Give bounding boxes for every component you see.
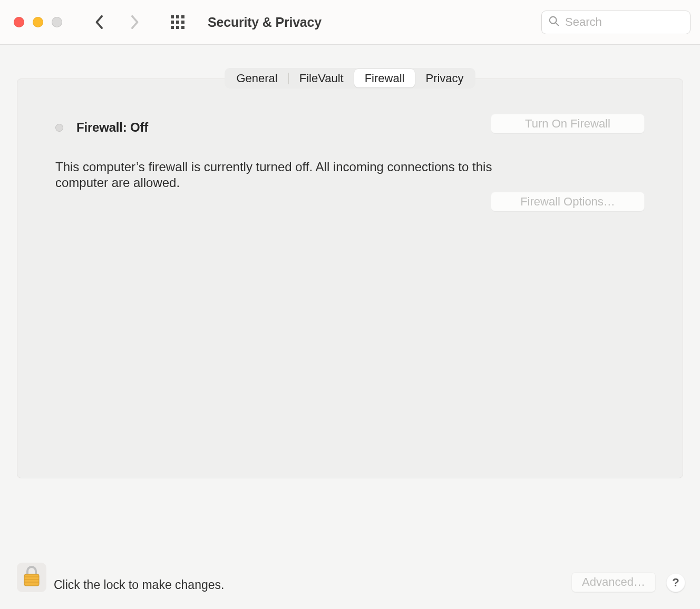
close-window-button[interactable] <box>14 17 24 27</box>
content-area: General FileVault Firewall Privacy Firew… <box>0 45 700 478</box>
turn-on-firewall-button: Turn On Firewall <box>491 114 645 133</box>
firewall-status-label: Firewall: Off <box>76 120 148 135</box>
svg-rect-5 <box>181 21 184 24</box>
window-title: Security & Privacy <box>208 15 322 30</box>
status-indicator-icon <box>55 124 63 132</box>
svg-rect-11 <box>24 574 39 586</box>
search-box[interactable] <box>541 11 691 34</box>
svg-rect-1 <box>176 15 179 18</box>
back-button[interactable] <box>92 14 108 30</box>
firewall-status-description: This computer’s firewall is currently tu… <box>55 159 530 191</box>
tab-firewall[interactable]: Firewall <box>354 69 415 87</box>
svg-rect-2 <box>181 15 184 18</box>
lock-button[interactable] <box>17 563 46 592</box>
svg-rect-3 <box>171 21 174 24</box>
svg-rect-4 <box>176 21 179 24</box>
search-input[interactable] <box>565 15 684 29</box>
firewall-options-button: Firewall Options… <box>491 192 645 211</box>
minimize-window-button[interactable] <box>33 17 43 27</box>
window-controls <box>14 17 62 27</box>
help-button[interactable]: ? <box>666 573 685 592</box>
tab-filevault[interactable]: FileVault <box>289 69 354 87</box>
firewall-panel: Firewall: Off Turn On Firewall This comp… <box>17 78 683 478</box>
lock-hint-text: Click the lock to make changes. <box>54 578 224 592</box>
svg-rect-0 <box>171 15 174 18</box>
nav-arrows <box>92 14 142 30</box>
advanced-button: Advanced… <box>571 572 656 592</box>
svg-rect-8 <box>181 26 184 29</box>
tab-general[interactable]: General <box>226 69 288 87</box>
lock-icon <box>21 565 42 590</box>
tab-privacy[interactable]: Privacy <box>415 69 474 87</box>
zoom-window-button <box>52 17 62 27</box>
svg-rect-7 <box>176 26 179 29</box>
toolbar: Security & Privacy <box>0 0 700 45</box>
search-icon <box>548 15 560 29</box>
svg-line-10 <box>556 23 558 25</box>
footer: Click the lock to make changes. Advanced… <box>0 535 700 609</box>
svg-rect-6 <box>171 26 174 29</box>
show-all-preferences-button[interactable] <box>170 14 186 30</box>
tab-bar: General FileVault Firewall Privacy <box>225 68 475 89</box>
forward-button <box>127 14 142 30</box>
